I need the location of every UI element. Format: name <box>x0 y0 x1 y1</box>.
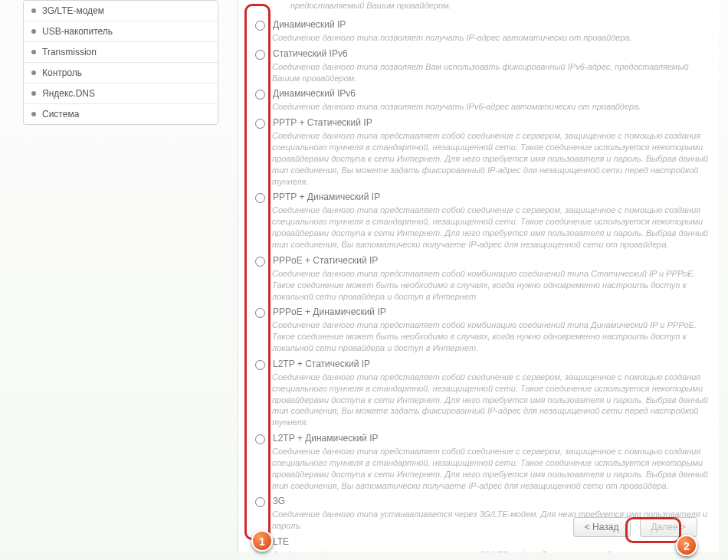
connection-type-radio[interactable] <box>255 21 265 31</box>
option-desc: Соединение данного типа представляет соб… <box>254 372 711 428</box>
next-button[interactable]: Далее > <box>640 517 698 537</box>
option-title: L2TP + Динамический IP <box>273 433 711 444</box>
bullet-icon <box>31 112 36 116</box>
connection-type-option[interactable]: PPTP + Динамический IP <box>254 192 711 203</box>
option-desc: Соединение данного типа представляет соб… <box>254 130 711 187</box>
sidebar-item-label: Система <box>42 109 79 120</box>
option-desc: Соединение данного типа позволяет получа… <box>254 101 711 113</box>
annotation-marker-1: 1 <box>251 530 273 552</box>
option-title: PPPoE + Динамический IP <box>273 306 711 317</box>
connection-type-option[interactable]: Динамический IP <box>254 19 711 31</box>
connection-type-option[interactable]: L2TP + Статический IP <box>254 359 711 370</box>
bullet-icon <box>31 8 36 13</box>
option-title: PPPoE + Статический IP <box>273 255 711 266</box>
sidebar-item-3g-lte-modem[interactable]: 3G/LTE-модем <box>24 1 218 21</box>
option-desc: Соединение данного типа позволяет Вам ис… <box>254 61 711 84</box>
connection-type-option[interactable]: 3G <box>254 496 711 507</box>
connection-type-radio[interactable] <box>255 308 265 318</box>
option-title: 3G <box>273 496 711 506</box>
annotation-marker-2: 2 <box>676 535 697 556</box>
wizard-buttons: < Назад Далее > <box>573 517 697 537</box>
option-title: Статический IPv6 <box>273 48 711 59</box>
bullet-icon <box>31 29 36 34</box>
option-desc: Соединение данного типа позволяет получа… <box>254 32 711 44</box>
sidebar-item-label: 3G/LTE-модем <box>42 5 104 16</box>
connection-type-option[interactable]: PPPoE + Статический IP <box>254 255 711 267</box>
prev-option-desc-fragment: предоставляемый Вашим провайдером. <box>254 0 711 15</box>
connection-type-radio[interactable] <box>255 434 265 444</box>
connection-type-option[interactable]: L2TP + Динамический IP <box>254 433 711 444</box>
option-desc: Соединение данного типа представляет соб… <box>254 268 711 303</box>
option-title: Динамический IP <box>273 19 711 30</box>
connection-type-option[interactable]: LTE <box>254 536 711 548</box>
bullet-icon <box>31 50 36 54</box>
connection-type-radio[interactable] <box>255 90 265 100</box>
main-panel: предоставляемый Вашим провайдером. Динам… <box>238 0 719 552</box>
sidebar-item-transmission[interactable]: Transmission <box>24 42 218 63</box>
option-title: PPTP + Статический IP <box>273 117 711 128</box>
sidebar-item-label: Контроль <box>42 67 82 78</box>
connection-type-option[interactable]: Статический IPv6 <box>254 48 711 60</box>
connection-type-radio[interactable] <box>255 119 265 129</box>
option-desc: Соединение данного типа устанавливается … <box>254 549 711 552</box>
connection-type-radio[interactable] <box>255 497 265 507</box>
connection-type-option[interactable]: Динамический IPv6 <box>254 88 711 100</box>
sidebar-item-control[interactable]: Контроль <box>24 63 218 84</box>
sidebar-item-usb-storage[interactable]: USB-накопитель <box>24 21 218 42</box>
connection-type-radio[interactable] <box>255 360 265 370</box>
sidebar-item-system[interactable]: Система <box>24 104 218 124</box>
option-title: PPTP + Динамический IP <box>273 192 711 202</box>
sidebar-item-label: Яндекс.DNS <box>42 88 95 99</box>
option-title: Динамический IPv6 <box>273 88 711 99</box>
connection-type-radio[interactable] <box>255 193 265 203</box>
option-desc: Соединение данного типа представляет соб… <box>254 319 711 354</box>
bullet-icon <box>31 91 36 96</box>
connection-type-option[interactable]: PPTP + Статический IP <box>254 117 711 129</box>
option-title: LTE <box>273 536 711 547</box>
sidebar-item-yandex-dns[interactable]: Яндекс.DNS <box>24 84 218 104</box>
connection-type-radio[interactable] <box>255 50 265 60</box>
sidebar: 3G/LTE-модем USB-накопитель Transmission… <box>23 0 218 125</box>
bullet-icon <box>31 70 36 75</box>
option-desc: Соединение данного типа представляет соб… <box>254 446 711 491</box>
connection-type-radio[interactable] <box>255 257 265 267</box>
connection-type-option[interactable]: PPPoE + Динамический IP <box>254 306 711 318</box>
option-desc: Соединение данного типа представляет соб… <box>254 205 711 250</box>
sidebar-item-label: USB-накопитель <box>42 26 113 37</box>
back-button[interactable]: < Назад <box>573 517 631 537</box>
sidebar-item-label: Transmission <box>42 47 97 57</box>
option-title: L2TP + Статический IP <box>273 359 711 369</box>
